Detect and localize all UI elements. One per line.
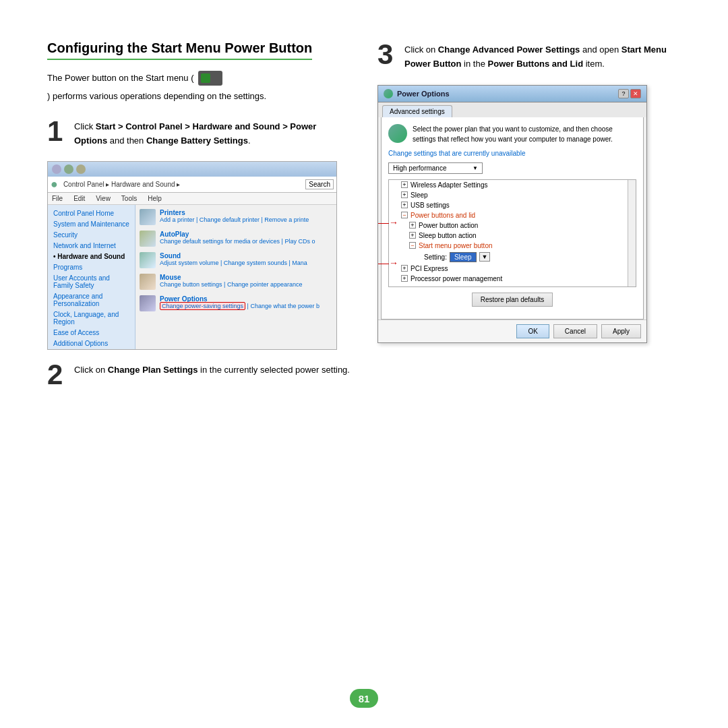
tree-sleep[interactable]: + Sleep bbox=[389, 190, 636, 200]
cp-sidebar: Control Panel Home System and Maintenanc… bbox=[48, 205, 135, 349]
arrow-2-icon: ——→ bbox=[377, 257, 398, 268]
setting-dropdown-arrow[interactable]: ▼ bbox=[479, 252, 491, 262]
cp-menu-view[interactable]: View bbox=[96, 195, 111, 202]
ok-button[interactable]: OK bbox=[516, 324, 549, 338]
annotation-2: 2 ——→ bbox=[377, 257, 398, 269]
page: Configuring the Start Menu Power Button … bbox=[0, 0, 728, 728]
sidebar-item-ease[interactable]: Ease of Access bbox=[52, 328, 131, 337]
cp-menu-help[interactable]: Help bbox=[148, 195, 162, 202]
power-options-screenshot: Power Options ? ✕ Advanced settings Sele… bbox=[377, 85, 647, 343]
tree-area: + Wireless Adapter Settings + Sleep + US… bbox=[388, 179, 636, 287]
autoplay-icon bbox=[140, 231, 156, 247]
power-icon bbox=[198, 71, 222, 86]
sidebar-item-programs[interactable]: Programs bbox=[52, 263, 131, 272]
cp-item-autoplay: AutoPlay Change default settings for med… bbox=[140, 231, 332, 247]
arrow-1-icon: ——→ bbox=[377, 217, 398, 228]
cp-item-power: Power Options Change power-saving settin… bbox=[140, 295, 332, 311]
control-panel-screenshot: ● Control Panel ▸ Hardware and Sound ▸ S… bbox=[47, 161, 337, 350]
po-description: Select the power plan that you want to c… bbox=[388, 124, 636, 144]
po-body: Select the power plan that you want to c… bbox=[381, 117, 644, 320]
tree-usb[interactable]: + USB settings bbox=[389, 200, 636, 210]
expand-icon[interactable]: + bbox=[401, 275, 408, 282]
mouse-icon bbox=[140, 274, 156, 290]
tree-sleep-action[interactable]: + Sleep button action bbox=[389, 231, 636, 241]
restore-plan-defaults-button[interactable]: Restore plan defaults bbox=[472, 293, 553, 307]
step-1: 1 Click Start > Control Panel > Hardware… bbox=[47, 117, 351, 148]
po-tab-bar: Advanced settings bbox=[378, 102, 646, 117]
sidebar-item-accounts[interactable]: User Accounts and Family Safety bbox=[52, 274, 131, 290]
printers-icon bbox=[140, 209, 156, 225]
cp-address-bar: ● Control Panel ▸ Hardware and Sound ▸ S… bbox=[48, 177, 336, 193]
po-dropdown-row: High performance ▼ bbox=[388, 162, 636, 174]
setting-value[interactable]: Sleep bbox=[450, 252, 477, 262]
minimize-btn[interactable]: ? bbox=[618, 89, 629, 98]
tree-power-action[interactable]: + Power button action bbox=[389, 220, 636, 231]
expand-icon[interactable]: + bbox=[401, 265, 408, 272]
cp-item-sound: Sound Adjust system volume | Change syst… bbox=[140, 252, 332, 268]
expand-icon[interactable]: + bbox=[409, 232, 416, 239]
po-link[interactable]: Change settings that are currently unava… bbox=[388, 150, 636, 157]
page-number: 81 bbox=[350, 689, 378, 708]
tree-power-buttons[interactable]: − Power buttons and lid bbox=[389, 210, 636, 220]
po-footer: OK Cancel Apply bbox=[378, 320, 646, 342]
tree-processor[interactable]: + Processor power management bbox=[389, 274, 636, 284]
sound-icon bbox=[140, 252, 156, 268]
step-2: 2 Click on Change Plan Settings in the c… bbox=[47, 361, 351, 389]
section-title: Configuring the Start Menu Power Button bbox=[47, 40, 351, 71]
cp-menu-file[interactable]: File bbox=[52, 195, 63, 202]
sidebar-item-additional[interactable]: Additional Options bbox=[52, 339, 131, 348]
power-plan-dropdown[interactable]: High performance ▼ bbox=[388, 162, 483, 174]
sidebar-item-clock[interactable]: Clock, Language, and Region bbox=[52, 310, 131, 326]
setting-row: Setting: Sleep ▼ bbox=[389, 251, 636, 264]
dropdown-arrow-icon: ▼ bbox=[473, 165, 478, 171]
step-3: 3 Click on Change Advanced Power Setting… bbox=[377, 40, 681, 71]
tree-start-menu[interactable]: − Start menu power button bbox=[389, 241, 636, 251]
cp-content: Printers Add a printer | Change default … bbox=[135, 205, 336, 349]
expand-icon[interactable]: − bbox=[401, 212, 408, 218]
step-3-text: Click on Change Advanced Power Settings … bbox=[404, 40, 681, 71]
power-plan-icon bbox=[388, 124, 407, 143]
expand-icon[interactable]: + bbox=[409, 222, 416, 229]
intro-text: The Power button on the Start menu ( ) p… bbox=[47, 71, 351, 104]
expand-icon[interactable]: + bbox=[401, 202, 408, 208]
highlighted-link[interactable]: Change power-saving settings bbox=[160, 302, 245, 310]
sidebar-item-appearance[interactable]: Appearance and Personalization bbox=[52, 292, 131, 308]
apply-button[interactable]: Apply bbox=[601, 324, 641, 338]
tab-advanced[interactable]: Advanced settings bbox=[382, 105, 452, 117]
close-btn[interactable]: ✕ bbox=[630, 89, 641, 98]
step-1-text: Click Start > Control Panel > Hardware a… bbox=[74, 117, 351, 148]
cancel-button[interactable]: Cancel bbox=[553, 324, 597, 338]
cp-menu-tools[interactable]: Tools bbox=[121, 195, 137, 202]
sidebar-item-home[interactable]: Control Panel Home bbox=[52, 209, 131, 218]
expand-icon[interactable]: + bbox=[401, 181, 408, 188]
left-column: Configuring the Start Menu Power Button … bbox=[47, 40, 351, 402]
po-settings-tree: + Wireless Adapter Settings + Sleep + US… bbox=[388, 179, 636, 287]
cp-item-mouse: Mouse Change button settings | Change po… bbox=[140, 274, 332, 290]
tree-pci[interactable]: + PCI Express bbox=[389, 264, 636, 274]
cp-menu-bar: File Edit View Tools Help bbox=[48, 193, 336, 205]
cp-body: Control Panel Home System and Maintenanc… bbox=[48, 205, 336, 349]
sidebar-item-hardware[interactable]: • Hardware and Sound bbox=[52, 252, 131, 261]
expand-icon[interactable]: − bbox=[409, 242, 416, 249]
sidebar-item-security[interactable]: Security bbox=[52, 231, 131, 239]
power-opts-icon bbox=[140, 295, 156, 311]
right-column: 3 Click on Change Advanced Power Setting… bbox=[377, 40, 681, 402]
annotation-1: 1 ——→ bbox=[377, 216, 398, 229]
expand-icon[interactable]: + bbox=[401, 191, 408, 198]
main-layout: Configuring the Start Menu Power Button … bbox=[47, 40, 681, 402]
tree-wireless[interactable]: + Wireless Adapter Settings bbox=[389, 180, 636, 190]
sidebar-item-system[interactable]: System and Maintenance bbox=[52, 220, 131, 229]
sidebar-item-network[interactable]: Network and Internet bbox=[52, 241, 131, 250]
tree-scrollbar[interactable] bbox=[628, 180, 636, 286]
po-titlebar: Power Options ? ✕ bbox=[378, 86, 646, 102]
cp-item-printers: Printers Add a printer | Change default … bbox=[140, 209, 332, 225]
step-2-text: Click on Change Plan Settings in the cur… bbox=[74, 361, 350, 389]
cp-menu-edit[interactable]: Edit bbox=[73, 195, 85, 202]
cp-titlebar bbox=[48, 162, 336, 177]
